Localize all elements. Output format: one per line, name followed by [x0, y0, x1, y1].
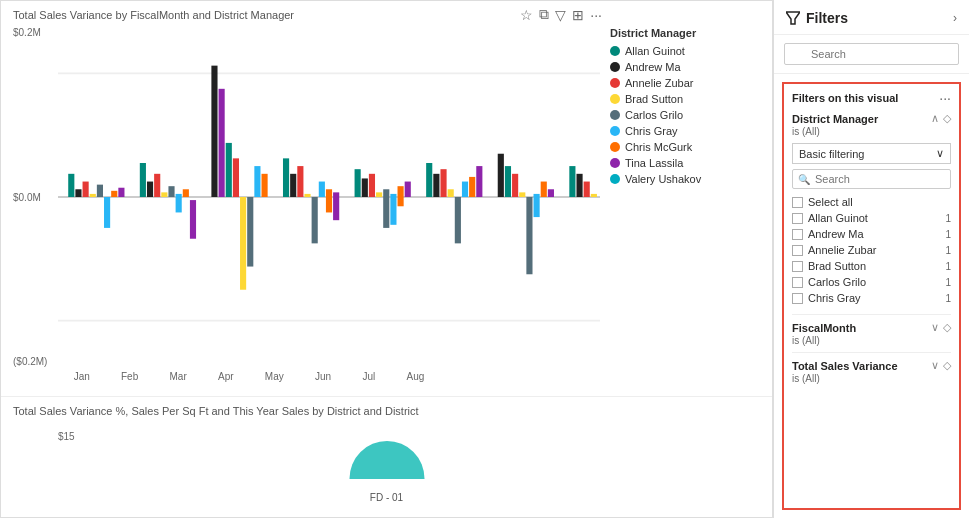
svg-rect-39	[383, 189, 389, 228]
filter-checkbox-left: Select all	[792, 196, 853, 208]
filter-header-title: Filters	[786, 10, 848, 26]
legend-color-tina	[610, 158, 620, 168]
total-sales-condition: is (All)	[792, 373, 951, 384]
label-chrisgray: Chris Gray	[808, 292, 861, 304]
checkbox-carlos[interactable]	[792, 277, 803, 288]
svg-rect-30	[304, 194, 310, 197]
pin-icon[interactable]: ☆	[520, 7, 533, 23]
card-search-input[interactable]	[792, 169, 951, 189]
svg-rect-16	[176, 194, 182, 213]
svg-rect-49	[469, 177, 475, 197]
svg-rect-62	[591, 194, 597, 197]
legend-title: District Manager	[610, 27, 760, 39]
filters-on-visual-header: Filters on this visual ···	[784, 84, 959, 110]
count-annelie: 1	[945, 245, 951, 256]
total-sales-filter-section: Total Sales Variance ∨ ◇ is (All)	[784, 353, 959, 390]
count-chrisgray: 1	[945, 293, 951, 304]
card-search-wrapper: 🔍	[792, 169, 951, 189]
legend-label-tina: Tina Lassila	[625, 157, 683, 169]
svg-rect-55	[526, 197, 532, 274]
svg-rect-4	[75, 189, 81, 197]
expand-icon[interactable]: ⊞	[572, 7, 584, 23]
filters-on-visual-section: Filters on this visual ··· District Mana…	[782, 82, 961, 510]
checkbox-annelie[interactable]	[792, 245, 803, 256]
label-carlos: Carlos Grilo	[808, 276, 866, 288]
svg-rect-34	[333, 192, 339, 220]
total-sales-clear[interactable]: ◇	[943, 359, 951, 372]
filter-item-chrisgray: Chris Gray 1	[792, 290, 951, 306]
filters-on-visual-label: Filters on this visual	[792, 92, 898, 104]
fiscal-month-clear[interactable]: ◇	[943, 321, 951, 334]
svg-rect-26	[262, 174, 268, 197]
svg-rect-61	[584, 182, 590, 197]
filter-funnel-icon	[786, 11, 800, 25]
filter-collapse-icon[interactable]: ›	[953, 11, 957, 25]
checkbox-chrisgray[interactable]	[792, 293, 803, 304]
x-label-feb: Feb	[121, 371, 138, 382]
filter-card-icons: ∧ ◇	[931, 112, 951, 125]
total-sales-icons: ∨ ◇	[931, 359, 951, 372]
legend-label-chrisgray: Chris Gray	[625, 125, 678, 137]
legend-item: Brad Sutton	[610, 93, 760, 105]
filter-checkbox-left: Annelie Zubar	[792, 244, 877, 256]
filter-type-dropdown[interactable]: Basic filtering ∨	[792, 143, 951, 164]
total-sales-expand[interactable]: ∨	[931, 359, 939, 372]
y-label-top: $0.2M	[13, 27, 53, 38]
svg-rect-52	[505, 166, 511, 197]
svg-rect-24	[247, 197, 253, 267]
svg-rect-37	[369, 174, 375, 197]
svg-rect-27	[283, 158, 289, 197]
x-label-apr: Apr	[218, 371, 234, 382]
fiscal-month-label: FiscalMonth	[792, 322, 856, 334]
more-icon[interactable]: ···	[590, 7, 602, 23]
checkbox-selectall[interactable]	[792, 197, 803, 208]
legend-item: Andrew Ma	[610, 61, 760, 73]
svg-rect-44	[433, 174, 439, 197]
fiscal-month-header: FiscalMonth ∨ ◇	[792, 321, 951, 334]
svg-rect-50	[476, 166, 482, 197]
chart-bottom: Total Sales Variance %, Sales Per Sq Ft …	[1, 397, 772, 517]
svg-rect-53	[512, 174, 518, 197]
svg-rect-21	[226, 143, 232, 197]
filter-clear-icon[interactable]: ◇	[943, 112, 951, 125]
svg-rect-51	[498, 154, 504, 197]
filter-header: Filters ›	[774, 0, 969, 35]
svg-rect-18	[190, 200, 196, 239]
svg-rect-29	[297, 166, 303, 197]
x-label-jul: Jul	[362, 371, 375, 382]
legend-label-valery: Valery Ushakov	[625, 173, 701, 185]
filter-item-selectall: Select all	[792, 194, 951, 210]
svg-rect-28	[290, 174, 296, 197]
legend-label-chrism: Chris McGurk	[625, 141, 692, 153]
legend-item: Tina Lassila	[610, 157, 760, 169]
filter-checkbox-left: Carlos Grilo	[792, 276, 866, 288]
filter-icon[interactable]: ▽	[555, 7, 566, 23]
copy-icon[interactable]: ⧉	[539, 6, 549, 23]
filter-item-carlos: Carlos Grilo 1	[792, 274, 951, 290]
chart-toolbar: ☆ ⧉ ▽ ⊞ ···	[520, 6, 602, 23]
bottom-chart-container: $15 FD - 01	[13, 423, 760, 503]
legend-color-carlos	[610, 110, 620, 120]
checkbox-andrew[interactable]	[792, 229, 803, 240]
fiscal-month-filter-section: FiscalMonth ∨ ◇ is (All)	[784, 315, 959, 352]
chart-bottom-title: Total Sales Variance %, Sales Per Sq Ft …	[13, 405, 760, 417]
checkbox-allan[interactable]	[792, 213, 803, 224]
svg-rect-46	[448, 189, 454, 197]
filter-search-input[interactable]	[784, 43, 959, 65]
fiscal-month-condition: is (All)	[792, 335, 951, 346]
svg-rect-35	[355, 169, 361, 197]
district-manager-field-label: District Manager	[792, 113, 878, 125]
filters-menu-icon[interactable]: ···	[939, 90, 951, 106]
svg-rect-58	[548, 189, 554, 197]
fiscal-month-expand[interactable]: ∨	[931, 321, 939, 334]
svg-rect-12	[147, 182, 153, 197]
filter-checkbox-list: Select all Allan Guinot 1 Andre	[792, 194, 951, 306]
legend-color-brad	[610, 94, 620, 104]
legend-color-allan	[610, 46, 620, 56]
filter-expand-icon[interactable]: ∧	[931, 112, 939, 125]
svg-rect-41	[398, 186, 404, 206]
checkbox-brad[interactable]	[792, 261, 803, 272]
svg-rect-32	[319, 182, 325, 197]
svg-rect-57	[541, 182, 547, 197]
chart-legend: District Manager Allan Guinot Andrew Ma …	[600, 27, 760, 382]
